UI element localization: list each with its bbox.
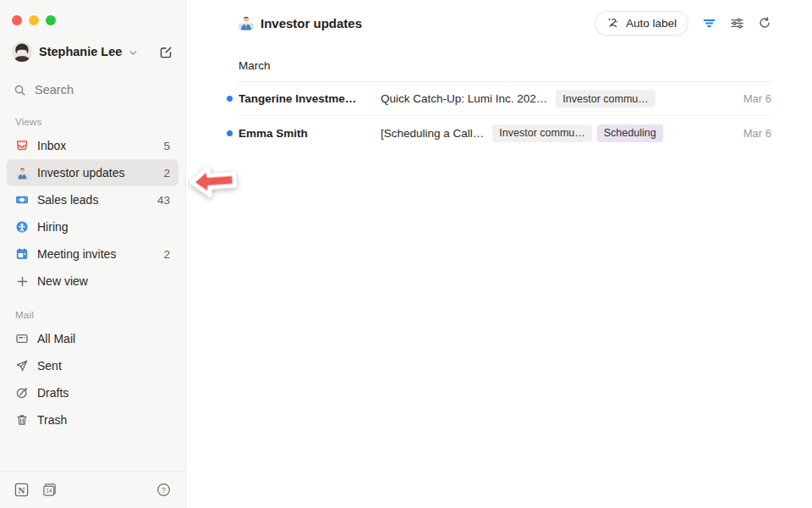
month-group-header: March bbox=[239, 58, 771, 82]
sidebar-item-drafts[interactable]: Drafts bbox=[7, 379, 178, 406]
minimize-window-button[interactable] bbox=[29, 15, 39, 25]
notion-logo-icon[interactable]: N bbox=[14, 482, 30, 498]
auto-label-button[interactable]: Auto label bbox=[595, 11, 689, 36]
inbox-count: 5 bbox=[163, 140, 170, 152]
compose-icon[interactable] bbox=[159, 45, 173, 59]
svg-text:N: N bbox=[19, 485, 25, 495]
refresh-icon[interactable] bbox=[758, 16, 771, 30]
dollar-banknote-icon bbox=[15, 193, 29, 207]
zoom-window-button[interactable] bbox=[46, 15, 56, 25]
sidebar-item-sales-leads[interactable]: Sales leads 43 bbox=[7, 186, 178, 213]
unread-dot bbox=[227, 96, 233, 102]
page-title: Investor updates bbox=[261, 16, 362, 30]
label-chip-investor-communications[interactable]: Investor commu… bbox=[492, 124, 591, 142]
person-circle-icon bbox=[15, 220, 29, 234]
email-date: Mar 6 bbox=[743, 92, 771, 105]
sidebar-footer: N 14 ? bbox=[0, 471, 185, 508]
views-nav: Inbox 5 Investor updates 2 bbox=[0, 132, 185, 295]
trash-icon bbox=[15, 413, 29, 427]
plus-icon bbox=[15, 274, 29, 288]
email-sender: Tangerine Investme… bbox=[239, 92, 365, 105]
window-controls bbox=[0, 0, 185, 25]
meeting-invites-count: 2 bbox=[163, 248, 170, 261]
chevron-down-icon bbox=[129, 48, 138, 58]
email-sender: Emma Smith bbox=[239, 127, 365, 140]
view-header: Investor updates Auto label bbox=[239, 10, 771, 36]
svg-text:?: ? bbox=[162, 486, 166, 494]
sliders-icon[interactable] bbox=[730, 16, 744, 30]
header-controls: Auto label bbox=[595, 11, 771, 36]
sidebar-item-sent[interactable]: Sent bbox=[7, 352, 178, 379]
email-date: Mar 6 bbox=[743, 127, 771, 140]
calendar-app-icon[interactable]: 14 bbox=[41, 482, 58, 498]
svg-text:14: 14 bbox=[46, 488, 52, 494]
sidebar-item-investor-updates[interactable]: Investor updates 2 bbox=[7, 159, 178, 186]
auto-label-button-label: Auto label bbox=[626, 17, 677, 30]
avatar bbox=[12, 41, 32, 62]
filter-icon[interactable] bbox=[702, 16, 716, 30]
email-tags: Investor commu… bbox=[556, 90, 655, 108]
investor-updates-count: 2 bbox=[163, 167, 170, 179]
help-icon[interactable]: ? bbox=[156, 482, 172, 498]
drafts-icon bbox=[15, 386, 29, 400]
search-input[interactable]: Search bbox=[0, 78, 185, 102]
mail-section-label: Mail bbox=[0, 310, 185, 320]
sparkle-wand-icon bbox=[606, 16, 620, 30]
email-subject: [Scheduling a Call… bbox=[381, 127, 484, 140]
close-window-button[interactable] bbox=[12, 15, 22, 25]
label-chip-scheduling[interactable]: Scheduling bbox=[597, 124, 663, 142]
email-row-tangerine[interactable]: Tangerine Investme… Quick Catch-Up: Lumi… bbox=[239, 82, 771, 116]
email-subject: Quick Catch-Up: Lumi Inc. 202… bbox=[381, 92, 547, 105]
sidebar-item-trash[interactable]: Trash bbox=[7, 406, 178, 433]
email-row-emma-smith[interactable]: Emma Smith [Scheduling a Call… Investor … bbox=[239, 116, 771, 150]
account-name: Stephanie Lee bbox=[39, 45, 122, 58]
email-list: Tangerine Investme… Quick Catch-Up: Lumi… bbox=[239, 82, 771, 150]
profile-switcher[interactable]: Stephanie Lee bbox=[0, 39, 185, 64]
mail-nav: All Mail Sent Drafts bbox=[0, 325, 185, 433]
inbox-icon bbox=[15, 139, 29, 152]
views-section-label: Views bbox=[0, 117, 185, 127]
sales-leads-count: 43 bbox=[157, 194, 170, 207]
calendar-icon bbox=[15, 247, 29, 261]
office-worker-icon bbox=[15, 166, 29, 179]
unread-dot bbox=[227, 130, 233, 136]
all-mail-icon bbox=[15, 332, 29, 345]
email-tags: Investor commu… Scheduling bbox=[492, 124, 662, 142]
sidebar: Stephanie Lee Search Views bbox=[0, 0, 186, 508]
sidebar-item-new-view[interactable]: New view bbox=[7, 268, 178, 295]
label-chip-investor-communications[interactable]: Investor commu… bbox=[556, 90, 655, 108]
month-label: March bbox=[239, 59, 271, 72]
search-icon bbox=[14, 84, 26, 97]
sidebar-item-inbox[interactable]: Inbox 5 bbox=[7, 132, 178, 159]
sidebar-item-meeting-invites[interactable]: Meeting invites 2 bbox=[7, 240, 178, 268]
main-panel: Investor updates Auto label bbox=[186, 0, 812, 508]
office-worker-icon bbox=[239, 15, 254, 30]
search-placeholder: Search bbox=[35, 83, 74, 97]
send-icon bbox=[15, 359, 29, 373]
sidebar-item-all-mail[interactable]: All Mail bbox=[7, 325, 178, 352]
sidebar-item-hiring[interactable]: Hiring bbox=[7, 213, 178, 240]
